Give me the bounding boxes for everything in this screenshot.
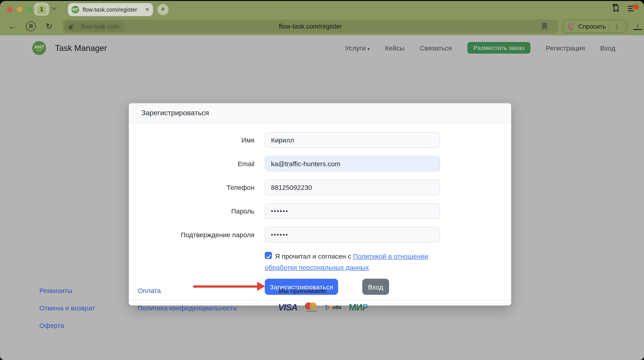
agreement-checkbox[interactable] [265,252,272,259]
tab-close-icon[interactable]: ✕ [145,7,149,12]
yandex-icon[interactable]: Я [26,21,36,31]
close-window-button[interactable] [7,7,12,12]
site-logo[interactable]: ANT TEAM [32,41,46,55]
email-input[interactable] [265,156,440,172]
form-row: Подтверждение пароля [141,227,499,242]
phone-label: Телефон [141,180,254,195]
ask-ai-button[interactable]: ? Спросить ⋮ [562,20,626,33]
password-label: Пароль [141,203,254,219]
password-confirm-input[interactable] [265,227,440,242]
new-tab-button[interactable]: + [158,4,168,15]
caret-down-icon: ▾ [368,46,370,51]
footer-link-requisites[interactable]: Реквизиты [39,287,95,294]
agreement-text: Я прочитал и согласен с [275,252,353,260]
bookmark-icon[interactable] [542,23,548,32]
downloads-icon[interactable]: ↓ [633,21,642,30]
password-confirm-label: Подтверждение пароля [141,227,254,242]
site-header: ANT TEAM Task Manager Услуги ▾ Кейсы Свя… [0,35,644,60]
name-label: Имя [141,132,254,148]
form-row: Email [141,156,499,172]
registration-card: Зарегистрироваться Имя Email Телефон Пар… [129,103,511,306]
page-content: ANT TEAM Task Manager Услуги ▾ Кейсы Свя… [0,35,644,360]
site-favicon: ANT TEAM [72,6,79,13]
reload-button[interactable]: ↻ [46,21,52,32]
email-label: Email [141,156,254,172]
svg-text:?: ? [570,24,572,28]
minimize-window-button[interactable] [17,7,22,12]
notification-dot [633,4,639,9]
ask-ai-label: Спросить [578,23,606,30]
nav-contact[interactable]: Связаться [420,44,452,52]
tab-counter-button[interactable]: 1 [34,3,49,16]
brand-name: Task Manager [55,43,107,53]
tab-title: flow-task.com/register [83,6,143,13]
place-order-button[interactable]: Разместить заказ [467,42,531,54]
url-text: flow-task.com/register [62,20,558,33]
browser-toolbar: ← Я ↻ flow-task.com flow-task.com/regist… [0,17,644,35]
browser-tab[interactable]: ANT TEAM flow-task.com/register ✕ [68,3,153,16]
payment-logos: VISA mastercard сбп МИР [278,302,368,313]
back-button[interactable]: ← [8,21,16,32]
site-footer: Реквизиты Отмена и возврат Оферта Оплата… [0,278,644,360]
more-options-icon[interactable]: ⋮ [613,22,621,30]
sbp-logo: сбп [325,304,341,311]
form-row: Имя [141,132,499,148]
site-nav: Услуги ▾ Кейсы Связаться Разместить зака… [345,35,616,60]
form-row: Пароль [141,203,499,219]
mastercard-logo: mastercard [305,302,318,313]
chevron-down-icon[interactable] [50,5,58,12]
browser-menu-icon[interactable] [628,4,638,12]
footer-link-privacy[interactable]: Политика конфиденциальности [138,305,237,312]
screen: 1 ANT TEAM flow-task.com/register ✕ + [0,0,644,360]
name-input[interactable] [265,132,440,148]
footer-link-offer[interactable]: Оферта [39,322,95,329]
nav-cases[interactable]: Кейсы [385,44,405,52]
tab-counter-badge: 1 [37,4,46,14]
phone-input[interactable] [265,180,440,195]
tab-strip: 1 ANT TEAM flow-task.com/register ✕ + [0,1,644,17]
ask-ai-icon: ? [568,22,575,30]
we-accept-label: Мы принимаем: [278,287,328,294]
visa-logo: VISA [278,302,297,312]
nav-login[interactable]: Вход [600,44,616,52]
footer-link-payment[interactable]: Оплата [138,287,237,294]
card-title: Зарегистрироваться [129,103,511,123]
mir-logo: МИР [349,302,368,312]
browser-window: 1 ANT TEAM flow-task.com/register ✕ + [0,1,644,360]
bookmarks-panel-icon[interactable] [611,3,621,13]
password-input[interactable] [265,203,440,219]
form-row: Телефон [141,180,499,195]
nav-register[interactable]: Регистрация [546,44,585,52]
address-bar[interactable]: flow-task.com flow-task.com/register [62,20,558,33]
footer-link-refund[interactable]: Отмена и возврат [39,305,95,312]
agreement-row: Я прочитал и согласен с Политикой в отно… [265,251,444,273]
fullscreen-window-button[interactable] [27,7,32,12]
nav-services[interactable]: Услуги ▾ [345,44,370,52]
